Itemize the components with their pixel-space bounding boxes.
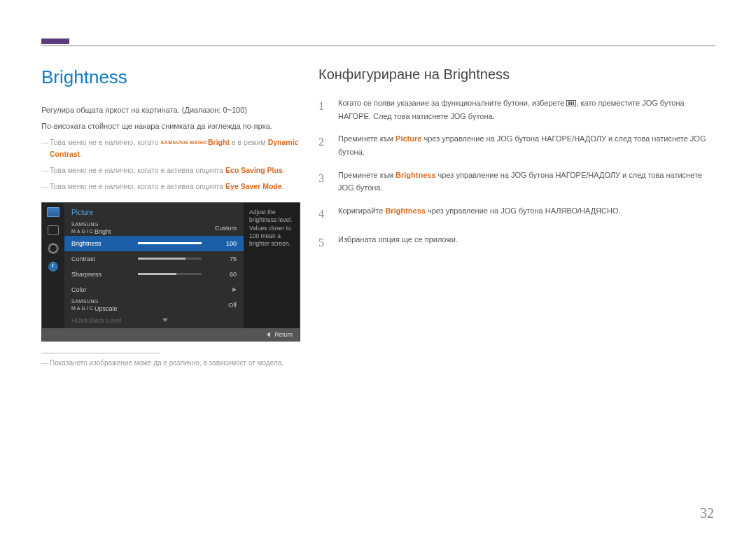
note-text: . <box>282 182 284 190</box>
step-text: Преминете към Picture чрез управление на… <box>338 132 714 158</box>
osd-row-magicbright[interactable]: SAMSUNGMAGICBright Custom <box>64 220 244 236</box>
row-label: Sharpness <box>71 271 138 278</box>
image-caption: Показаното изображение може да е различн… <box>41 359 300 367</box>
step-1: 1 Когато се появи указание за функционал… <box>318 97 714 122</box>
osd-body: Picture SAMSUNGMAGICBright Custom Bright… <box>42 203 300 328</box>
left-column: Brightness Регулира общата яркост на кар… <box>41 66 300 367</box>
info-tab-icon[interactable] <box>48 262 58 272</box>
row-label: Brightness <box>71 240 138 247</box>
note-text: . <box>80 150 82 158</box>
samsung-magic-label: SAMSUNG MAGIC <box>160 140 208 145</box>
osd-row-color[interactable]: Color ▶ <box>64 282 244 297</box>
step-5: 5 Избраната опция ще се приложи. <box>318 233 714 252</box>
header-rule <box>41 45 715 46</box>
bright-label: Bright <box>208 138 230 146</box>
osd-sidebar <box>42 203 64 328</box>
step-text: Избраната опция ще се приложи. <box>338 233 458 252</box>
section-title: Brightness <box>41 66 300 88</box>
eco-saving-label: Eco Saving Plus <box>225 166 283 174</box>
steps-list: 1 Когато се появи указание за функционал… <box>318 97 714 253</box>
slider-track[interactable] <box>138 273 202 275</box>
note-text: Това меню не е налично, когато е активна… <box>50 166 225 174</box>
description-line-1: Регулира общата яркост на картината. (Ди… <box>41 104 300 117</box>
step-text: Когато се появи указание за функционални… <box>338 97 714 122</box>
row-label: HDMI Black Level <box>71 317 162 324</box>
step-number: 4 <box>318 204 328 223</box>
osd-row-hdmi-black: HDMI Black Level <box>64 313 244 328</box>
submenu-arrow-icon: ▶ <box>209 286 237 293</box>
picture-label: Picture <box>396 134 421 143</box>
step-text: Преминете към Brightness чрез управление… <box>338 169 714 195</box>
row-label: SAMSUNGMAGICUpscale <box>71 298 138 312</box>
osd-row-brightness[interactable]: Brightness 100 <box>64 236 244 251</box>
slider-fill <box>138 273 176 275</box>
header-accent <box>41 38 69 44</box>
slider-fill <box>138 258 186 260</box>
step-number: 1 <box>318 97 328 122</box>
back-arrow-icon[interactable] <box>267 332 270 337</box>
row-label: SAMSUNGMAGICBright <box>71 221 138 235</box>
row-label: Color <box>71 286 138 293</box>
note-text: Това меню не е налично, когато <box>50 138 160 146</box>
osd-help-text: Adjust the brightness level. Values clos… <box>244 203 300 328</box>
row-value: 60 <box>209 271 237 278</box>
row-value: Custom <box>209 225 237 232</box>
note-text: Това меню не е налично, когато е активна… <box>50 182 225 190</box>
osd-main: Picture SAMSUNGMAGICBright Custom Bright… <box>64 203 244 328</box>
note-dynamic-contrast: Това меню не е налично, когато SAMSUNG M… <box>41 136 300 160</box>
slider-fill <box>138 242 202 244</box>
osd-title: Picture <box>64 207 244 220</box>
config-title: Конфигуриране на Brightness <box>318 66 714 83</box>
eye-saver-label: Eye Saver Mode <box>225 182 282 190</box>
slider-track[interactable] <box>138 242 202 244</box>
scroll-down-icon[interactable] <box>162 318 168 322</box>
step-number: 3 <box>318 169 328 195</box>
menu-icon <box>566 100 576 106</box>
note-eco-saving: Това меню не е налично, когато е активна… <box>41 164 300 176</box>
brightness-label: Brightness <box>396 171 435 179</box>
row-label: Contrast <box>71 255 138 262</box>
osd-row-sharpness[interactable]: Sharpness 60 <box>64 267 244 282</box>
step-number: 5 <box>318 233 328 252</box>
osd-footer: Return <box>42 328 300 341</box>
return-label[interactable]: Return <box>274 331 293 338</box>
step-2: 2 Преминете към Picture чрез управление … <box>318 132 714 158</box>
osd-row-contrast[interactable]: Contrast 75 <box>64 251 244 267</box>
brightness-label: Brightness <box>385 206 425 215</box>
description-line-2: По-високата стойност ще накара снимката … <box>41 120 300 133</box>
row-value: 100 <box>209 240 237 247</box>
osd-row-upscale[interactable]: SAMSUNGMAGICUpscale Off <box>64 297 244 313</box>
page: Brightness Регулира общата яркост на кар… <box>0 0 756 534</box>
picture-tab-icon[interactable] <box>47 207 59 217</box>
step-text: Коригирайте Brightness чрез управление н… <box>338 204 621 223</box>
step-number: 2 <box>318 132 328 158</box>
osd-panel: Picture SAMSUNGMAGICBright Custom Bright… <box>41 202 300 342</box>
step-4: 4 Коригирайте Brightness чрез управление… <box>318 204 714 223</box>
caption-rule <box>41 353 160 353</box>
settings-tab-icon[interactable] <box>48 244 58 253</box>
row-value: 75 <box>209 255 237 262</box>
note-text: е в режим <box>230 138 268 146</box>
note-eye-saver: Това меню не е налично, когато е активна… <box>41 181 300 192</box>
right-column: Конфигуриране на Brightness 1 Когато се … <box>318 66 714 262</box>
row-value: Off <box>209 302 237 309</box>
step-3: 3 Преминете към Brightness чрез управлен… <box>318 169 714 195</box>
screen-tab-icon[interactable] <box>48 225 59 235</box>
note-text: . <box>283 166 285 174</box>
page-number: 32 <box>700 505 714 521</box>
slider-track[interactable] <box>138 258 202 260</box>
